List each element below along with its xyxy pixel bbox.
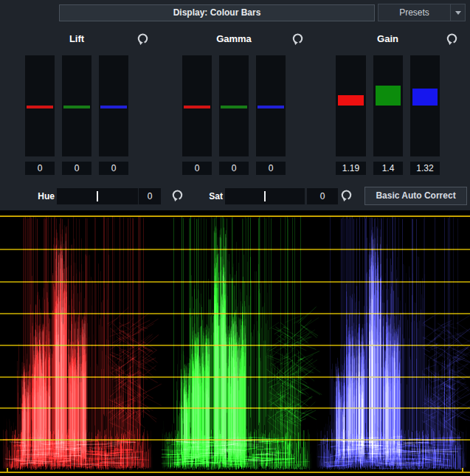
presets-dropdown-button[interactable] xyxy=(450,4,466,21)
gain-green-value[interactable]: 1.4 xyxy=(373,162,403,175)
lift-red-value[interactable]: 0 xyxy=(25,162,55,175)
sat-slider-marker[interactable] xyxy=(264,191,266,201)
gain-red-slider[interactable] xyxy=(336,55,366,156)
lift-red-slider[interactable] xyxy=(25,55,55,156)
gamma-green-handle[interactable] xyxy=(221,106,247,108)
basic-auto-correct-button[interactable]: Basic Auto Correct xyxy=(364,187,467,205)
gain-reset-icon[interactable] xyxy=(446,32,458,46)
gamma-reset-icon[interactable] xyxy=(291,32,304,46)
hue-label: Hue xyxy=(28,188,55,204)
sat-reset-icon[interactable] xyxy=(340,189,353,202)
gain-blue-slider[interactable] xyxy=(410,55,440,156)
lift-blue-handle[interactable] xyxy=(100,106,127,108)
gain-blue-handle[interactable] xyxy=(412,89,438,106)
sat-value[interactable]: 0 xyxy=(307,188,338,204)
gain-red-value[interactable]: 1.19 xyxy=(336,162,366,175)
display-toggle-button[interactable]: Display: Colour Bars xyxy=(59,4,375,21)
hue-reset-icon[interactable] xyxy=(171,189,184,202)
gain-section-label: Gain xyxy=(336,33,440,44)
colour-correct-panel: Display: Colour Bars Presets Lift Gamma … xyxy=(0,0,470,476)
sat-label: Sat xyxy=(201,188,223,204)
lift-reset-icon[interactable] xyxy=(136,32,149,46)
gamma-blue-handle[interactable] xyxy=(258,106,284,108)
gamma-green-slider[interactable] xyxy=(219,55,249,156)
presets-button-group: Presets xyxy=(378,4,466,21)
lift-red-handle[interactable] xyxy=(27,106,53,108)
gamma-blue-value[interactable]: 0 xyxy=(256,162,286,175)
gamma-blue-slider[interactable] xyxy=(256,55,286,156)
gamma-red-handle[interactable] xyxy=(184,106,210,108)
hue-value[interactable]: 0 xyxy=(139,188,161,204)
caret-down-icon xyxy=(455,11,461,15)
hue-slider[interactable] xyxy=(57,188,138,204)
gamma-red-slider[interactable] xyxy=(182,55,212,156)
lift-section-label: Lift xyxy=(25,33,128,44)
gamma-section-label: Gamma xyxy=(182,33,286,44)
sat-slider[interactable] xyxy=(225,188,305,204)
rgb-waveform-scope xyxy=(0,210,470,476)
lift-green-handle[interactable] xyxy=(63,106,90,108)
gain-green-handle[interactable] xyxy=(376,86,401,106)
lift-blue-slider[interactable] xyxy=(99,55,128,156)
lift-blue-value[interactable]: 0 xyxy=(99,162,128,175)
lift-green-value[interactable]: 0 xyxy=(62,162,91,175)
gain-blue-value[interactable]: 1.32 xyxy=(410,162,440,175)
lift-green-slider[interactable] xyxy=(62,55,91,156)
gamma-green-value[interactable]: 0 xyxy=(219,162,249,175)
gain-red-handle[interactable] xyxy=(338,95,364,106)
gain-green-slider[interactable] xyxy=(373,55,403,156)
presets-button[interactable]: Presets xyxy=(378,4,451,21)
gamma-red-value[interactable]: 0 xyxy=(182,162,212,175)
hue-slider-marker[interactable] xyxy=(97,191,98,201)
